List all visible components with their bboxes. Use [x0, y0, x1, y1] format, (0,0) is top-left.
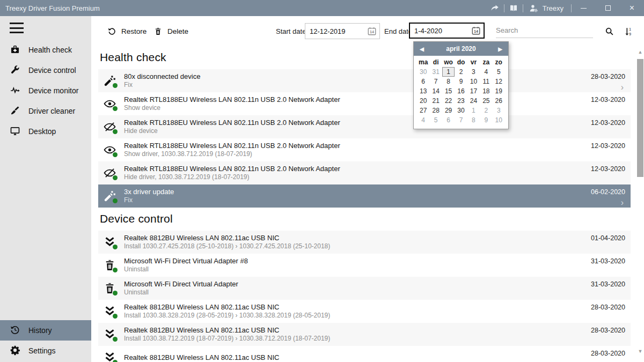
menu-hamburger-icon[interactable] [10, 23, 24, 33]
calendar-day[interactable]: 22 [442, 96, 455, 106]
calendar-day[interactable]: 15 [442, 86, 455, 96]
list-item[interactable]: 3x driver updateFix06-02-2020› [98, 184, 631, 208]
list-item[interactable]: Realtek 8812BU Wireless LAN 802.11ac USB… [98, 231, 631, 254]
calendar-day[interactable]: 25 [480, 96, 492, 106]
share-icon[interactable] [486, 0, 504, 16]
help-book-icon[interactable] [504, 0, 523, 16]
item-subtitle: Hide driver, 1030.38.712.2019 (18-07-201… [124, 173, 340, 181]
calendar-day[interactable]: 18 [480, 86, 492, 96]
calendar-day[interactable]: 26 [493, 96, 505, 106]
calendar-icon[interactable]: 14 [367, 26, 377, 36]
calendar-day[interactable]: 7 [455, 115, 467, 125]
calendar-day[interactable]: 3 [467, 67, 480, 77]
calendar-day[interactable]: 14 [429, 86, 442, 96]
list-item[interactable]: Microsoft Wi-Fi Direct Virtual Adapter #… [98, 254, 631, 277]
calendar-day[interactable]: 10 [467, 77, 480, 86]
list-item[interactable]: Realtek RTL8188EU Wireless LAN 802.11n U… [98, 115, 631, 138]
calendar-day[interactable]: 8 [467, 115, 480, 125]
item-title: Realtek RTL8188EU Wireless LAN 802.11n U… [124, 95, 340, 104]
sidebar-item-desktop[interactable]: Desktop [0, 121, 91, 142]
calendar-prev-icon[interactable]: ◀ [414, 46, 430, 52]
close-button[interactable]: × [620, 0, 644, 16]
search-input[interactable] [496, 23, 593, 38]
search-field[interactable] [496, 23, 593, 38]
end-date-input[interactable] [410, 27, 464, 35]
sidebar-item-settings[interactable]: Settings [0, 341, 91, 361]
item-date: 12-03-2020 [591, 165, 625, 173]
delete-button[interactable]: Delete [153, 16, 188, 46]
list-item[interactable]: Realtek 8812BU Wireless LAN 802.11ac USB… [98, 323, 631, 346]
calendar-day[interactable]: 30 [455, 106, 467, 115]
calendar-day[interactable]: 7 [429, 77, 442, 86]
calendar-day[interactable]: 17 [467, 86, 480, 96]
start-date-input[interactable] [305, 27, 359, 35]
item-subtitle: Install 1030.27.425.2018 (25-10-2018) › … [124, 242, 330, 250]
calendar-day[interactable]: 24 [467, 96, 480, 106]
trash-icon [153, 27, 163, 36]
status-dot [113, 106, 118, 111]
svg-text:14: 14 [370, 29, 374, 34]
calendar-day[interactable]: 19 [493, 86, 505, 96]
item-subtitle: Uninstall [124, 289, 238, 297]
sidebar-item-history[interactable]: History [0, 320, 91, 341]
sort-icon[interactable]: 19 [621, 16, 635, 46]
trash-icon [103, 282, 116, 295]
calendar-day[interactable]: 8 [442, 77, 455, 86]
calendar-day[interactable]: 5 [429, 115, 442, 125]
list-item[interactable]: Realtek RTL8188EU Wireless LAN 802.11n U… [98, 161, 631, 184]
expand-chevron-icon[interactable]: › [621, 199, 624, 206]
calendar-day[interactable]: 28 [429, 106, 442, 115]
sidebar-item-device-control[interactable]: Device control [0, 60, 91, 80]
calendar-day[interactable]: 29 [442, 106, 455, 115]
list-item[interactable]: Microsoft Wi-Fi Direct Virtual AdapterUn… [98, 277, 631, 300]
calendar-day[interactable]: 4 [480, 67, 492, 77]
list-item[interactable]: Realtek RTL8188EU Wireless LAN 802.11n U… [98, 138, 631, 161]
calendar-day[interactable]: 9 [480, 115, 492, 125]
calendar-day[interactable]: 6 [442, 115, 455, 125]
calendar-day[interactable]: 1 [442, 67, 455, 77]
list-item[interactable]: Realtek 8812BU Wireless LAN 802.11ac USB… [98, 346, 631, 362]
calendar-day[interactable]: 9 [455, 77, 467, 86]
calendar-day[interactable]: 1 [467, 106, 480, 115]
search-icon[interactable] [602, 16, 616, 46]
calendar-icon[interactable]: 14 [471, 26, 481, 35]
sidebar-item-health-check[interactable]: Health check [0, 40, 91, 60]
restore-button[interactable]: Restore [107, 16, 147, 46]
list-item[interactable]: Realtek RTL8188EU Wireless LAN 802.11n U… [98, 92, 631, 115]
calendar-day[interactable]: 5 [493, 67, 505, 77]
sidebar-item-device-monitor[interactable]: Device monitor [0, 80, 91, 101]
titlebar-controls: Treexy × [486, 0, 644, 16]
calendar-day[interactable]: 30 [417, 67, 429, 77]
calendar-day[interactable]: 10 [493, 115, 505, 125]
sidebar-item-driver-cleaner[interactable]: Driver cleaner [0, 101, 91, 121]
calendar-day[interactable]: 13 [417, 86, 429, 96]
calendar-day[interactable]: 16 [455, 86, 467, 96]
expand-chevron-icon[interactable]: › [621, 84, 624, 91]
scroll-down-icon[interactable]: ▼ [636, 348, 644, 355]
sidebar: Health checkDevice controlDevice monitor… [0, 16, 91, 362]
calendar-day[interactable]: 3 [493, 106, 505, 115]
list-item[interactable]: 80x disconnected deviceFix28-03-2020› [98, 69, 631, 92]
calendar-day[interactable]: 2 [455, 67, 467, 77]
list-item[interactable]: Realtek 8812BU Wireless LAN 802.11ac USB… [98, 300, 631, 323]
section-heading: Health check [98, 46, 631, 69]
calendar-day[interactable]: 21 [429, 96, 442, 106]
calendar-day[interactable]: 6 [417, 77, 429, 86]
calendar-day[interactable]: 4 [417, 115, 429, 125]
minimize-button[interactable] [572, 0, 596, 16]
calendar-day[interactable]: 11 [480, 77, 492, 86]
calendar-day[interactable]: 2 [480, 106, 492, 115]
calendar-day[interactable]: 27 [417, 106, 429, 115]
end-date-field[interactable]: 14 [409, 23, 485, 39]
maximize-button[interactable] [596, 0, 620, 16]
scrollbar-thumb[interactable] [637, 59, 643, 177]
account-button[interactable]: Treexy [523, 0, 571, 16]
calendar-next-icon[interactable]: ▶ [492, 46, 508, 52]
scroll-up-icon[interactable]: ▲ [636, 48, 644, 56]
calendar-day[interactable]: 12 [493, 77, 505, 86]
calendar-day[interactable]: 31 [429, 67, 442, 77]
calendar-day[interactable]: 20 [417, 96, 429, 106]
start-date-field[interactable]: 14 [305, 23, 380, 39]
calendar-day[interactable]: 23 [455, 96, 467, 106]
item-date: 31-03-2020 [591, 257, 625, 265]
